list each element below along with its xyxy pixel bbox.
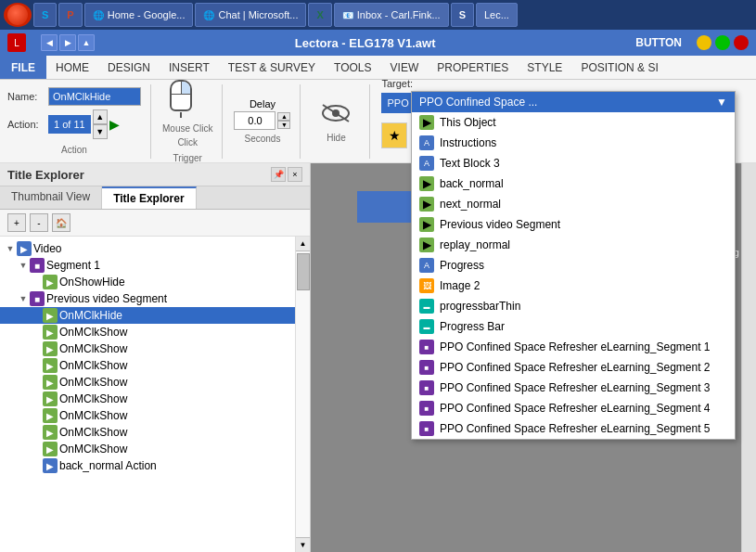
dropdown-item-ppo5[interactable]: ■ PPO Confined Space Refresher eLearning… [412, 418, 735, 439]
di-icon-progressbar-thin: ▬ [419, 299, 434, 314]
di-icon-progress: A [419, 258, 434, 273]
action-step-down[interactable]: ▼ [93, 124, 108, 139]
menu-design[interactable]: DESIGN [98, 56, 160, 79]
menu-position[interactable]: POSITION & SI [571, 56, 667, 79]
click-label: Click [162, 137, 212, 148]
dropdown-item-ppo1[interactable]: ■ PPO Confined Space Refresher eLearning… [412, 337, 735, 357]
dropdown-item-ppo4[interactable]: ■ PPO Confined Space Refresher eLearning… [412, 398, 735, 418]
tree-item-onmclk5[interactable]: ▶ ▶ OnMClkShow [0, 374, 295, 391]
delay-input[interactable] [234, 111, 275, 130]
tab-thumbnail[interactable]: Thumbnail View [0, 186, 102, 209]
tree-item-back-action[interactable]: ▶ ▶ back_normal Action [0, 457, 295, 474]
dropdown-item-instructions[interactable]: A Instructions [412, 133, 735, 153]
delay-label: Delay [250, 98, 275, 109]
menu-properties[interactable]: PROPERTIES [428, 56, 518, 79]
dropdown-item-progress[interactable]: A Progress [412, 255, 735, 276]
dropdown-item-prev-video[interactable]: ▶ Previous video Segment [412, 214, 735, 235]
title-bar-icons: L [7, 33, 26, 52]
dropdown-item-next-normal[interactable]: ▶ next_normal [412, 194, 735, 214]
tree-item-onmclk8[interactable]: ▶ ▶ OnMClkShow [0, 424, 295, 441]
button-label: BUTTON [628, 34, 689, 51]
expand-segment1[interactable]: ▼ [17, 259, 30, 272]
nav-forward[interactable]: ▶ [59, 34, 76, 51]
expand-prev-seg[interactable]: ▼ [17, 292, 30, 305]
delay-spin-down[interactable]: ▼ [277, 121, 290, 129]
dropdown-item-replay[interactable]: ▶ replay_normal [412, 235, 735, 255]
taskbar-lectora[interactable]: Lec... [476, 3, 518, 27]
icon-onmclk2: ▶ [43, 325, 58, 340]
dropdown-item-progressbar-thin[interactable]: ▬ progressbarThin [412, 296, 735, 316]
taskbar-ppt[interactable]: P [58, 3, 82, 27]
tab-title-explorer[interactable]: Title Explorer [102, 186, 196, 209]
taskbar-s[interactable]: S [451, 3, 474, 27]
tree-btn-home[interactable]: 🏠 [52, 213, 70, 232]
icon-video: ▶ [17, 241, 32, 256]
panel-pin[interactable]: 📌 [271, 167, 286, 182]
delay-spin-up[interactable]: ▲ [277, 112, 290, 121]
dropdown-item-ppo2[interactable]: ■ PPO Confined Space Refresher eLearning… [412, 357, 735, 378]
taskbar-chrome1[interactable]: 🌐 Home - Google... [84, 3, 194, 27]
window-minimize[interactable] [697, 35, 711, 50]
tree-item-video[interactable]: ▼ ▶ Video [0, 240, 295, 257]
tree-item-onmclk7[interactable]: ▶ ▶ OnMClkShow [0, 407, 295, 424]
tabs: Thumbnail View Title Explorer [0, 186, 310, 210]
action-dropdown[interactable]: 1 of 11 ▲ ▼ ▶ [48, 109, 120, 139]
menu-tools[interactable]: TOOLS [325, 56, 380, 79]
trigger-section: Mouse Click Click Trigger [162, 84, 223, 159]
dropdown-item-back-normal[interactable]: ▶ back_normal [412, 173, 735, 194]
expand-video[interactable]: ▼ [4, 242, 17, 255]
menu-test-survey[interactable]: TEST & SURVEY [219, 56, 325, 79]
dropdown-item-image2[interactable]: 🖼 Image 2 [412, 276, 735, 296]
dropdown-item-progress-bar[interactable]: ▬ Progress Bar [412, 316, 735, 337]
di-icon-text-block: A [419, 156, 434, 171]
taskbar-chrome2[interactable]: 🌐 Chat | Microsoft... [195, 3, 306, 27]
scroll-down[interactable]: ▼ [296, 537, 310, 552]
tree-btn-expand[interactable]: + [7, 213, 26, 232]
icon-onmclk6: ▶ [43, 392, 58, 406]
tree-item-onmclk9[interactable]: ▶ ▶ OnMClkShow [0, 441, 295, 457]
dropdown-item-text-block[interactable]: A Text Block 3 [412, 153, 735, 173]
menu-bar: FILE HOME DESIGN INSERT TEST & SURVEY TO… [0, 56, 756, 80]
taskbar-outlook[interactable]: 📧 Inbox - Carl.Fink... [334, 3, 449, 27]
di-icon-ppo3: ■ [419, 380, 434, 395]
start-button[interactable] [4, 3, 32, 27]
target-label: Target: [381, 78, 515, 89]
action-value: 1 of 11 [48, 115, 91, 134]
tree-item-onmclk3[interactable]: ▶ ▶ OnMClkShow [0, 340, 295, 357]
dropdown-header: PPO Confined Space ... ▼ [412, 92, 735, 112]
dropdown-item-ppo3[interactable]: ■ PPO Confined Space Refresher eLearning… [412, 378, 735, 398]
scroll-track [296, 251, 310, 537]
name-input[interactable] [48, 87, 141, 106]
tree-item-onshow[interactable]: ▶ ▶ OnShowHide [0, 274, 295, 290]
tree-item-onmclk4[interactable]: ▶ ▶ OnMClkShow [0, 357, 295, 374]
tree-item-prev-seg[interactable]: ▼ ■ Previous video Segment [0, 290, 295, 307]
di-icon-ppo4: ■ [419, 401, 434, 416]
icon-onmclk7: ▶ [43, 408, 58, 423]
trigger-section-label: Trigger [162, 153, 212, 163]
nav-up[interactable]: ▲ [78, 34, 95, 51]
menu-insert[interactable]: INSERT [160, 56, 219, 79]
tree-item-segment1[interactable]: ▼ ■ Segment 1 [0, 257, 295, 274]
menu-style[interactable]: STYLE [518, 56, 571, 79]
tree-item-onmclk2[interactable]: ▶ ▶ OnMClkShow [0, 324, 295, 340]
menu-view[interactable]: VIEW [381, 56, 429, 79]
menu-file[interactable]: FILE [0, 56, 46, 79]
taskbar-excel[interactable]: X [308, 3, 331, 27]
window-maximize[interactable] [715, 35, 730, 50]
scroll-thumb[interactable] [297, 253, 310, 290]
action-play[interactable]: ▶ [109, 117, 120, 132]
tree-btn-collapse[interactable]: - [30, 213, 48, 232]
dropdown-item-this-object[interactable]: ▶ This Object [412, 112, 735, 133]
taskbar-skype[interactable]: S [33, 3, 57, 27]
tree-item-onmclkhide[interactable]: ▶ ▶ OnMClkHide [0, 307, 295, 324]
toolbar-btn-1[interactable]: ★ [381, 122, 407, 148]
menu-home[interactable]: HOME [46, 56, 98, 79]
action-step-up[interactable]: ▲ [93, 109, 108, 124]
window-close[interactable] [734, 35, 749, 50]
panel-close[interactable]: × [288, 167, 302, 182]
scroll-up[interactable]: ▲ [296, 237, 310, 251]
action-row: Action: 1 of 11 ▲ ▼ ▶ [7, 109, 141, 139]
title-bar: L ◀ ▶ ▲ Lectora - ELG178 V1.awt BUTTON [0, 30, 756, 56]
tree-item-onmclk6[interactable]: ▶ ▶ OnMClkShow [0, 391, 295, 407]
nav-back[interactable]: ◀ [41, 34, 58, 51]
